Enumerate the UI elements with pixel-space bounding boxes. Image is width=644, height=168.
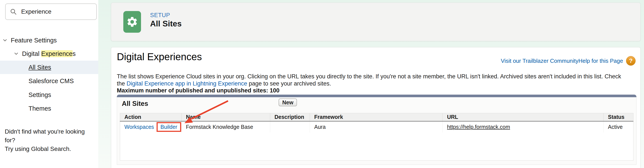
sidebar-item-all-sites[interactable]: All Sites — [0, 61, 98, 74]
sidebar-item-digital-experiences[interactable]: Digital Experiences — [14, 50, 76, 58]
sidebar-item-settings[interactable]: Settings — [28, 91, 51, 99]
trailblazer-community-link[interactable]: Visit our Trailblazer Community — [501, 58, 578, 64]
sidebar-item-label: All Sites — [28, 64, 51, 71]
search-icon — [10, 8, 17, 15]
description-text: The list shows Experience Cloud sites in… — [117, 73, 629, 87]
setup-eyebrow: SETUP — [150, 12, 170, 19]
chevron-down-icon[interactable] — [14, 51, 19, 56]
builder-annotation-box: Builder — [156, 122, 181, 132]
sidebar-item-label: Salesforce CMS — [28, 77, 74, 85]
action-cell: Workspaces Builder — [120, 121, 182, 132]
section-title: Digital Experiences — [117, 51, 202, 63]
all-sites-list-view: All Sites New Action Name Description Fr… — [117, 95, 636, 165]
sidebar-item-feature-settings[interactable]: Feature Settings — [2, 36, 57, 44]
sidebar-item-label: Settings — [28, 91, 51, 99]
quick-find-search[interactable] — [5, 4, 97, 20]
description-cell — [270, 121, 310, 132]
setup-sidebar: Feature Settings Digital Experiences All… — [0, 0, 98, 168]
workspaces-link[interactable]: Workspaces — [124, 124, 154, 130]
gear-icon — [126, 16, 138, 28]
framework-cell: Aura — [310, 121, 443, 132]
site-url-link[interactable]: https://help.formstack.com — [447, 124, 510, 130]
list-view-top-bar — [117, 95, 636, 97]
column-header-status: Status — [604, 113, 634, 121]
sidebar-item-label: Digital Experiences — [22, 50, 76, 57]
list-view-title: All Sites — [122, 100, 148, 108]
sidebar-item-themes[interactable]: Themes — [28, 105, 51, 112]
column-header-url: URL — [443, 113, 604, 121]
status-cell: Active — [604, 121, 634, 132]
column-header-description: Description — [270, 113, 310, 121]
name-cell: Formstack Knowledge Base — [182, 121, 270, 132]
max-sites-label: Maximum number of published and unpublis… — [117, 87, 280, 94]
search-match-highlight: Experience — [41, 50, 72, 57]
page-help-links: Visit our Trailblazer CommunityHelp for … — [501, 56, 636, 66]
setup-page-header: SETUP All Sites — [111, 3, 640, 41]
sidebar-item-label: Themes — [28, 105, 51, 112]
sidebar-footer-hint: Didn't find what you're looking for? Try… — [5, 127, 96, 153]
help-for-page-link[interactable]: Help for this Page — [578, 58, 623, 64]
search-input[interactable] — [21, 8, 92, 15]
column-header-action: Action — [120, 113, 182, 121]
table-empty-area — [120, 132, 634, 161]
sidebar-item-salesforce-cms[interactable]: Salesforce CMS — [28, 77, 74, 85]
column-header-framework: Framework — [310, 113, 443, 121]
url-cell: https://help.formstack.com — [443, 121, 604, 132]
sites-table: Action Name Description Framework URL St… — [120, 113, 634, 161]
column-header-name: Name — [182, 113, 270, 121]
digital-experiences-panel: Digital Experiences Visit our Trailblaze… — [111, 47, 640, 168]
table-header-row: Action Name Description Framework URL St… — [120, 113, 634, 121]
digital-experience-app-link[interactable]: Digital Experience app in Lightning Expe… — [126, 80, 247, 87]
question-mark-icon[interactable]: ? — [626, 56, 636, 66]
table-row: Workspaces Builder Formstack Knowledge B… — [120, 121, 634, 132]
setup-tile — [123, 11, 141, 33]
builder-link[interactable]: Builder — [160, 124, 177, 130]
sidebar-item-label: Feature Settings — [11, 37, 57, 44]
list-view-body: All Sites New Action Name Description Fr… — [117, 97, 636, 165]
new-site-button[interactable]: New — [278, 99, 297, 106]
chevron-down-icon[interactable] — [2, 37, 8, 43]
page-title: All Sites — [150, 19, 182, 28]
